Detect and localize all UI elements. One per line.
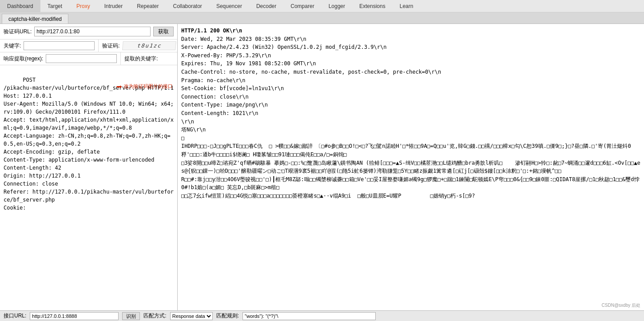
response-line: Content-Length: 1021\r\n	[181, 109, 640, 118]
match-rule-input[interactable]	[242, 312, 376, 320]
nav-collaborator[interactable]: Collaborator	[166, 0, 209, 12]
nav-proxy[interactable]: Proxy	[69, 0, 97, 12]
fetch-button[interactable]: 获取	[153, 27, 174, 36]
annotation-text: 改为验证码图片的接口	[124, 83, 173, 91]
response-line: Set-Cookie: bf[vcode]=ln1vu1\r\n	[181, 84, 640, 93]
nav-target[interactable]: Target	[40, 0, 69, 12]
identify-button[interactable]: 识别	[122, 312, 140, 320]
nav-logger[interactable]: Logger	[322, 0, 352, 12]
nav-learn[interactable]: Learn	[393, 0, 421, 12]
nav-intruder[interactable]: Intruder	[97, 0, 130, 12]
nav-sequencer[interactable]: Sequencer	[209, 0, 249, 12]
main-container: 验证码URL: 获取 关键字: 验证码: t8u1zc 响应提取(regex):…	[0, 24, 644, 321]
nav-extensions[interactable]: Extensions	[352, 0, 393, 12]
right-panel: HTTP/1.1 200 OK\r\nDate: Wed, 22 Mar 202…	[178, 24, 644, 321]
url-label: 验证码URL:	[4, 28, 32, 36]
url-input[interactable]	[34, 27, 151, 36]
nav-repeater[interactable]: Repeater	[130, 0, 166, 12]
red-arrow-icon: ➡	[116, 79, 122, 94]
bottom-bar: 接口URL: 识别 匹配方式: Response data 匹配规则:	[0, 310, 644, 321]
response-line: □3娑8開□□u啼Z□谘宛Z'qf晒#鶡騅暴 摹媽□-□□:%□蹩蔑□岛瞅蘧\鐄…	[181, 159, 640, 175]
match-mode-label: 匹配方式:	[143, 312, 166, 320]
match-mode-select[interactable]: Response data	[170, 312, 213, 320]
response-line: Cache-Control: no-store, no-cache, must-…	[181, 68, 640, 76]
response-line: R□□#:靠j□□y泔□□4O6V璺骏视□□'□)┃框乇M8Z鄗:嗡□□镯橥柳诚…	[181, 175, 640, 192]
response-line: \r\n	[181, 118, 640, 126]
response-line: Expires: Thu, 19 Nov 1981 08:52:00 GMT\r…	[181, 59, 640, 68]
regex-col: 响应提取(regex):	[0, 52, 121, 65]
left-panel: 验证码URL: 获取 关键字: 验证码: t8u1zc 响应提取(regex):…	[0, 24, 178, 321]
interface-url-label: 接口URL:	[4, 312, 26, 320]
captcha-col: 验证码: t8u1zc	[99, 40, 179, 52]
nav-comparer[interactable]: Comparer	[283, 0, 321, 12]
response-line: □	[181, 134, 640, 143]
request-text: POST /pikachu-master/vul/burteforce/bf_s…	[4, 77, 177, 211]
nav-bar: Dashboard Target Proxy Intruder Repeater…	[0, 0, 644, 12]
regex-extracted-row: 响应提取(regex): 提取的关键字:	[0, 52, 177, 65]
match-rule-label: 匹配规则:	[216, 312, 239, 320]
request-body: POST /pikachu-master/vul/burteforce/bf_s…	[0, 65, 177, 321]
extracted-col: 提取的关键字:	[121, 52, 177, 65]
response-line: X-Powered-By: PHP/5.3.29\r\n	[181, 52, 640, 60]
response-line: Pragma: no-cache\r\n	[181, 76, 640, 85]
keyword-label: 关键字:	[4, 42, 21, 50]
interface-url-input[interactable]	[30, 312, 119, 320]
keyword-col: 关键字:	[0, 40, 99, 52]
response-line: Date: Wed, 22 Mar 2023 08:35:39 GMT\r\n	[181, 35, 640, 44]
regex-label: 响应提取(regex):	[4, 55, 43, 63]
response-content: HTTP/1.1 200 OK\r\nDate: Wed, 22 Mar 202…	[178, 24, 644, 321]
response-line: □□忑7幺ifw愷荁)縚□□4G悦□塞□□□a□□□□□□□荟橙塞睹s□▲··v…	[181, 192, 640, 200]
url-row: 验证码URL: 获取	[0, 24, 177, 40]
tab-captcha-killer[interactable]: captcha-killer-modified	[2, 14, 68, 24]
nav-decoder[interactable]: Decoder	[249, 0, 283, 12]
watermark: CSDN@sxdby 后处	[602, 302, 640, 309]
regex-input[interactable]	[46, 54, 117, 63]
keyword-captcha-row: 关键字: 验证码: t8u1zc	[0, 40, 177, 52]
extracted-label: 提取的关键字:	[124, 55, 158, 63]
response-line: Content-Type: image/png\r\n	[181, 101, 640, 109]
response-line: 塔NG\r\n	[181, 126, 640, 134]
arrow-annotation: ➡ 改为验证码图片的接口	[116, 79, 173, 94]
tab-bar: captcha-killer-modified	[0, 12, 644, 24]
response-line: HTTP/1.1 200 OK\r\n	[181, 27, 640, 35]
nav-dashboard[interactable]: Dashboard	[0, 0, 40, 12]
captcha-label: 验证码:	[102, 42, 119, 50]
response-line: Connection: close\r\n	[181, 93, 640, 101]
captcha-image: t8u1zc	[122, 41, 176, 50]
keyword-input[interactable]	[24, 41, 95, 50]
response-line: IHDRP□□□-□J□□gPLTE□□□春C仇 □ >幞□□&嫁□鄙誶 〔□#…	[181, 142, 640, 159]
response-line: Server: Apache/2.4.23 (Win32) OpenSSL/1.…	[181, 43, 640, 52]
